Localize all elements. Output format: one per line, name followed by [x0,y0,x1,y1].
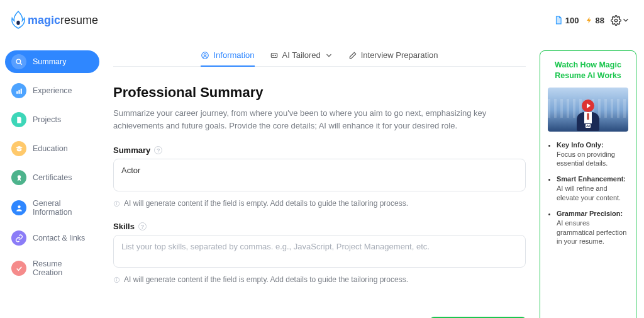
svg-point-1 [614,19,617,21]
document-icon [11,112,26,127]
sidebar-item-label: Summary [33,57,66,66]
sidebar-item-label: Projects [33,115,61,124]
flame-icon [10,10,26,30]
summary-label: Summary ? [113,145,526,155]
logo-text-2: resume [60,14,98,26]
sidebar-item-projects[interactable]: Projects [5,108,99,131]
app-logo[interactable]: magicresume [10,10,98,30]
tab-ai-tailored[interactable]: AI Tailored [270,50,333,60]
sidebar: Summary Experience Projects Education Ce… [5,50,99,318]
badge-icon [11,170,26,185]
tab-information[interactable]: Information [201,50,254,60]
document-icon [554,16,563,25]
sidebar-item-label: Resume Creation [33,259,93,277]
svg-point-8 [18,205,20,208]
check-icon [11,261,26,276]
svg-line-3 [20,63,22,65]
magnify-icon [11,54,26,69]
sidebar-item-creation[interactable]: Resume Creation [5,256,99,281]
doc-credits[interactable]: 100 [554,16,579,25]
chevron-down-icon [325,51,333,60]
sidebar-item-label: Certificates [33,173,72,182]
summary-hint: AI will generate content if the field is… [113,199,526,208]
doc-credit-value: 100 [565,16,579,25]
summary-field: Summary ? AI will generate content if th… [113,145,526,208]
tab-label: Interview Preparation [361,50,438,60]
sidebar-item-education[interactable]: Education [5,137,99,160]
header-right: 100 88 [554,15,630,26]
tabs: Information AI Tailored Interview Prepar… [113,50,526,67]
section-description: Summarize your career journey, from wher… [113,107,526,132]
sidebar-item-label: Education [33,144,68,153]
edit-icon [348,51,357,60]
svg-rect-11 [271,53,277,57]
tab-label: AI Tailored [282,50,321,60]
info-icon [113,276,120,283]
skills-field: Skills ? AI will generate content if the… [113,222,526,284]
sidebar-item-experience[interactable]: Experience [5,79,99,102]
app-body: Summary Experience Projects Education Ce… [0,40,644,318]
bolt-icon [586,16,593,25]
section-title: Professional Summary [113,84,526,101]
skills-input[interactable] [113,235,526,268]
tip-item: Key Info Only:Focus on providing essenti… [557,140,628,169]
svg-point-2 [16,59,21,64]
main-content: Information AI Tailored Interview Prepar… [113,50,526,318]
help-panel: Watch How Magic Resume AI Works AI Key I… [540,50,636,318]
bars-icon [11,83,26,98]
bolt-credit-value: 88 [596,16,604,25]
chevron-down-icon [621,16,630,25]
svg-point-10 [204,54,207,56]
svg-point-7 [17,175,20,178]
tips-list: Key Info Only:Focus on providing essenti… [548,140,628,246]
skills-hint: AI will generate content if the field is… [113,275,526,284]
demo-video[interactable]: AI [548,88,628,132]
sidebar-item-label: General Information [33,199,93,217]
sidebar-item-summary[interactable]: Summary [5,50,99,73]
svg-point-13 [275,55,275,55]
sidebar-item-label: Experience [33,86,72,95]
sidebar-item-general[interactable]: General Information [5,195,99,220]
graduation-icon [11,141,26,156]
gear-icon [611,15,621,26]
tip-item: Smart Enhancement:AI will refine and ele… [557,174,628,203]
play-icon [582,99,594,112]
user-icon [11,200,26,215]
skills-label: Skills ? [113,222,526,231]
info-icon [113,200,120,207]
user-circle-icon [201,51,209,60]
app-header: magicresume 100 88 [0,0,644,40]
sidebar-item-contact[interactable]: Contact & links [5,227,99,249]
svg-rect-5 [18,89,19,93]
help-panel-title: Watch How Magic Resume AI Works [548,60,628,81]
link-icon [11,230,26,246]
logo-text-1: magic [28,14,60,26]
svg-point-12 [272,55,273,55]
svg-point-0 [16,21,19,25]
help-icon[interactable]: ? [154,146,162,154]
help-icon[interactable]: ? [138,222,147,230]
tip-item: Grammar Precision:AI ensures grammatical… [557,209,628,246]
settings-button[interactable] [611,15,630,26]
bolt-credits[interactable]: 88 [586,16,604,25]
sidebar-item-certificates[interactable]: Certificates [5,166,99,189]
tab-label: Information [213,50,254,60]
sidebar-item-label: Contact & links [33,234,85,242]
summary-input[interactable] [113,159,526,191]
svg-rect-4 [16,91,18,94]
svg-rect-6 [20,88,21,93]
tab-interview[interactable]: Interview Preparation [348,50,438,60]
sparkle-icon [270,51,279,60]
